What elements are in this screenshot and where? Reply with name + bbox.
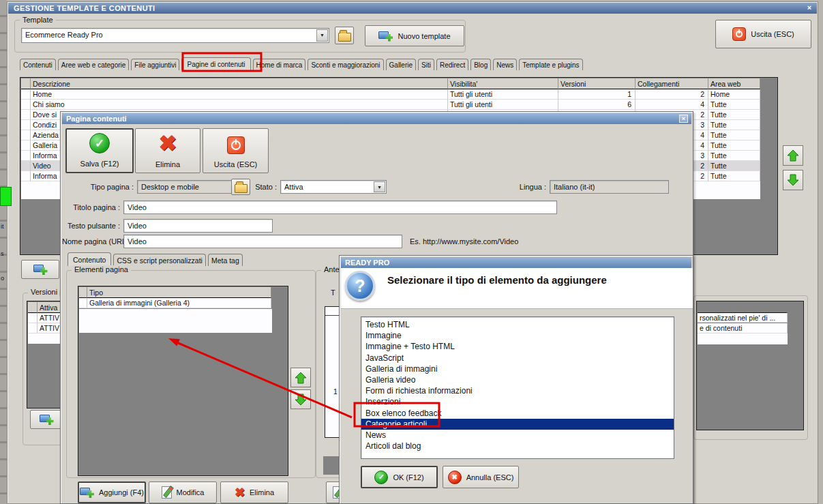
elementi-delete-label: Elimina — [250, 488, 274, 496]
list-item[interactable]: Galleria video — [361, 374, 674, 385]
tab-redirect[interactable]: Redirect — [436, 59, 468, 70]
elementi-add-button[interactable]: Aggiungi (F4) — [78, 481, 146, 503]
lingua-field: Italiano (it-it) — [550, 180, 669, 194]
new-template-label: Nuovo template — [398, 32, 450, 40]
lingua-label: Lingua : — [497, 183, 546, 191]
list-item[interactable]: Galleria di immagini — [361, 364, 674, 374]
background-text-fragment: s — [1, 250, 4, 257]
chevron-down-icon[interactable]: ▼ — [316, 29, 328, 42]
main-close-button[interactable]: × — [805, 4, 814, 12]
dialog-close-button[interactable]: × — [679, 115, 688, 123]
table-row[interactable]: Chi siamoTutti gli utenti64Tutte — [21, 100, 760, 110]
dialog-exit-button[interactable]: Uscita (ESC) — [203, 128, 269, 173]
save-button[interactable]: ✓ Salva (F12) — [65, 128, 134, 173]
ok-button[interactable]: ✓ OK (F12) — [361, 466, 438, 488]
elementi-table: Tipo Galleria di immagini (Galleria 4) — [78, 286, 288, 476]
element-type-list[interactable]: Testo HTML Immagine Immagine + Testo HTM… — [361, 316, 674, 459]
popup-title: READY PRO — [345, 258, 389, 267]
list-item[interactable]: e di contenuti — [698, 323, 788, 333]
exit-button[interactable]: Uscita (ESC) — [715, 20, 811, 48]
tab-contenuti[interactable]: Contenuti — [20, 59, 56, 70]
element-up-button[interactable] — [290, 368, 311, 387]
background-text-fragment: o — [1, 275, 4, 282]
list-item[interactable]: JavaScript — [361, 353, 674, 364]
add-page-button[interactable] — [21, 260, 59, 279]
arrow-down-icon — [294, 393, 308, 406]
move-row-down-button[interactable] — [783, 170, 803, 190]
list-item[interactable]: rsonalizzati nel pie' di ... — [698, 312, 788, 323]
tab-file-aggiuntivi[interactable]: File aggiuntivi — [131, 59, 179, 70]
folder-icon — [235, 184, 248, 193]
elementi-col-tipo: Tipo — [87, 287, 271, 298]
question-icon: ? — [345, 271, 375, 301]
template-combobox[interactable]: Ecommerce Ready Pro ▼ — [21, 28, 329, 43]
move-row-up-button[interactable] — [783, 145, 803, 166]
add-version-button[interactable] — [30, 410, 63, 429]
url-hint: Es. http://www.mysite.com/Video — [410, 237, 518, 246]
tipo-pagina-field: Desktop e mobile — [137, 180, 245, 194]
elementi-delete-button[interactable]: ✖ Elimina — [220, 481, 288, 503]
anteprima-row-number: 1 — [333, 387, 338, 396]
tab-pagine-di-contenuti[interactable]: Pagine di contenuti — [181, 57, 250, 70]
template-combobox-value: Ecommerce Ready Pro — [25, 31, 103, 39]
folder-icon — [338, 33, 351, 42]
list-item-selected[interactable]: Categorie articoli — [361, 419, 674, 430]
popup-title-bar: READY PRO — [341, 257, 691, 268]
tab-siti[interactable]: Siti — [418, 59, 434, 70]
list-item[interactable]: Testo HTML — [361, 319, 674, 330]
new-template-button[interactable]: Nuovo template — [365, 25, 464, 46]
table-header-row: Descrizione Visibilita' Versioni Collega… — [21, 78, 760, 89]
tab-meta-tag[interactable]: Meta tag — [208, 254, 243, 266]
table-row[interactable]: HomeTutti gli utenti12Home — [21, 89, 760, 100]
col-descrizione: Descrizione — [31, 78, 448, 89]
chevron-down-icon[interactable]: ▼ — [374, 181, 385, 192]
template-browse-button[interactable] — [335, 27, 354, 44]
anteprima-partial-label: T — [331, 288, 335, 297]
save-button-label: Salva (F12) — [80, 160, 119, 168]
tab-template-e-plugins[interactable]: Template e plugins — [519, 59, 582, 70]
tab-gallerie[interactable]: Gallerie — [386, 59, 416, 70]
list-item[interactable]: Box elenco feedback — [361, 408, 674, 419]
tab-sconti-e-maggiorazioni[interactable]: Sconti e maggiorazioni — [308, 59, 383, 70]
add-icon — [80, 487, 94, 498]
nome-pagina-input[interactable]: Video — [123, 235, 402, 248]
list-item[interactable]: Articoli dal blog — [361, 441, 674, 451]
cancel-button[interactable]: ✖ Annulla (ESC) — [443, 466, 519, 488]
col-area-web: Area web — [708, 78, 760, 89]
stato-combobox[interactable]: Attiva ▼ — [280, 180, 387, 194]
elementi-row[interactable]: Galleria di immagini (Galleria 4) — [79, 298, 271, 308]
main-window-title: GESTIONE TEMPLATE E CONTENUTI — [14, 4, 155, 12]
add-icon — [378, 31, 393, 42]
dialog-tab-bar: Contenuto CSS e script personalizzati Me… — [68, 252, 245, 266]
tab-blog[interactable]: Blog — [470, 59, 491, 70]
titolo-pagina-input[interactable]: Video — [123, 201, 557, 214]
tab-aree-web-e-categorie[interactable]: Aree web e categorie — [58, 59, 130, 70]
testo-pulsante-label: Testo pulsante : — [66, 222, 120, 230]
add-icon — [33, 264, 48, 275]
tipo-pagina-browse-button[interactable] — [231, 179, 250, 195]
ok-button-label: OK (F12) — [393, 473, 423, 481]
check-circle-icon: ✓ — [374, 471, 388, 484]
delete-button[interactable]: ✖ Elimina — [135, 128, 200, 173]
elementi-empty-area — [79, 309, 272, 333]
tab-home-di-marca[interactable]: Home di marca — [253, 59, 306, 70]
elementi-add-label: Aggiungi (F4) — [99, 488, 144, 496]
tab-css-e-script[interactable]: CSS e script personalizzati — [113, 254, 205, 266]
red-x-icon: ✖ — [159, 132, 177, 154]
list-item[interactable]: News — [361, 430, 674, 441]
testo-pulsante-input[interactable]: Video — [123, 219, 273, 233]
col-collegamenti: Collegamenti — [635, 78, 708, 89]
list-item[interactable]: Immagine + Testo HTML — [361, 341, 674, 352]
list-item[interactable]: Inserzioni — [361, 396, 674, 407]
element-down-button[interactable] — [290, 389, 311, 409]
template-group-label: Template — [20, 16, 56, 24]
tab-contenuto[interactable]: Contenuto — [68, 252, 111, 266]
arrow-down-icon — [786, 173, 800, 187]
list-item[interactable]: Immagine — [361, 330, 674, 341]
check-circle-icon: ✓ — [89, 133, 110, 153]
elementi-edit-button[interactable]: Modifica — [149, 481, 217, 503]
tab-news[interactable]: News — [493, 59, 517, 70]
col-versioni: Versioni — [558, 78, 635, 89]
list-item[interactable]: Form di richiesta informazioni — [361, 385, 674, 396]
stato-value: Attiva — [284, 183, 303, 191]
